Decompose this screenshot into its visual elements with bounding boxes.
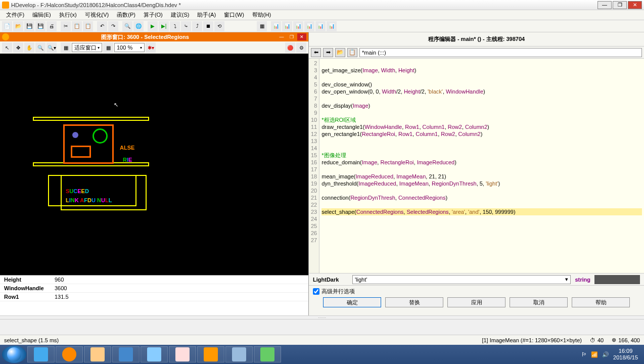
zoom-combo[interactable]: 100 %▾ [114, 43, 145, 52]
fit-icon[interactable]: ▦ [61, 42, 71, 53]
task-wmp[interactable] [56, 346, 83, 362]
open-icon[interactable]: 📂 [13, 21, 23, 31]
variable-inspector[interactable]: Height960 WindowHandle3600 Row1131.5 [0, 275, 308, 315]
drag-separator[interactable]: ⋯⋯ [0, 315, 644, 320]
undo-icon[interactable]: ↶ [97, 21, 107, 31]
main-area: 图形窗口: 3600 - SelectedRegions — ❐ ✕ ↖ ✥ ✋… [0, 32, 644, 315]
copy-icon[interactable]: 📋 [72, 21, 82, 31]
param-value-combo[interactable]: 'light'▾ [352, 275, 571, 284]
redo-icon[interactable]: ↷ [108, 21, 118, 31]
graphics-canvas[interactable]: ALSE RIE SUCEED LINK AFDU NULL ↖ [0, 54, 308, 275]
gw-close-button[interactable]: ✕ [297, 33, 306, 40]
replace-button[interactable]: 替换 [385, 297, 443, 307]
new-icon[interactable]: 📄 [2, 21, 12, 31]
nav-list-icon[interactable]: 📋 [347, 48, 357, 57]
task-app2[interactable] [254, 346, 281, 362]
layout1-icon[interactable]: ▦ [257, 21, 267, 31]
assist6-icon[interactable]: 📊 [327, 21, 337, 31]
ok-button[interactable]: 确定 [323, 297, 381, 307]
code-editor[interactable]: 2345678910111213141516171819202122232425… [309, 59, 644, 273]
menu-operator[interactable]: 算子(O) [140, 10, 167, 20]
taskbar: 🏳 📶 🔊 16:09 2018/6/15 [0, 345, 644, 364]
system-tray[interactable]: 🏳 📶 🔊 16:09 2018/6/15 [577, 348, 642, 361]
move-icon[interactable]: ✥ [13, 42, 23, 53]
task-images[interactable] [141, 346, 168, 362]
task-wps[interactable] [112, 346, 140, 362]
task-hdevelop[interactable] [197, 346, 224, 362]
advanced-checkbox[interactable] [313, 288, 319, 295]
saveall-icon[interactable]: 💾 [35, 21, 45, 31]
maximize-button[interactable]: ❐ [613, 1, 627, 9]
graphics-title: 图形窗口: 3600 - SelectedRegions [13, 33, 277, 41]
var-row: Row1131.5 [0, 293, 308, 301]
window-controls: — ❐ ✕ [597, 1, 642, 9]
run-icon[interactable]: ▶ [148, 21, 158, 31]
zoom-icon[interactable]: 🔍 [35, 42, 45, 53]
paste-icon[interactable]: 📋 [83, 21, 93, 31]
menubar: 文件(F) 编辑(E) 执行(x) 可视化(V) 函数(P) 算子(O) 建议(… [0, 10, 644, 20]
reset-icon[interactable]: ⟲ [214, 21, 224, 31]
param-label: LightDark [313, 277, 348, 283]
tray-volume-icon[interactable]: 🔊 [602, 351, 609, 358]
tray-flag-icon[interactable]: 🏳 [581, 351, 587, 357]
pointer-icon[interactable]: ↖ [2, 42, 12, 53]
assist2-icon[interactable]: 📊 [282, 21, 292, 31]
zoom-dropdown-icon[interactable]: 🔍▾ [47, 42, 57, 53]
assist5-icon[interactable]: 📊 [315, 21, 326, 31]
task-app1[interactable] [225, 346, 253, 362]
menu-visualize[interactable]: 可视化(V) [81, 10, 113, 20]
procedure-combo[interactable]: *main (:::) [359, 48, 642, 57]
assist4-icon[interactable]: 📊 [304, 21, 314, 31]
tray-network-icon[interactable]: 📶 [591, 351, 598, 358]
menu-file[interactable]: 文件(F) [2, 10, 28, 20]
start-button[interactable] [2, 346, 26, 363]
web-icon[interactable]: 🌐 [133, 21, 144, 31]
print-icon[interactable]: 🖨 [47, 21, 57, 31]
menu-window[interactable]: 窗口(W) [220, 10, 248, 20]
task-explorer[interactable] [84, 346, 111, 362]
nav-forward-icon[interactable]: ➡ [323, 48, 333, 57]
save-icon[interactable]: 💾 [24, 21, 34, 31]
app-icon [2, 2, 9, 9]
clock[interactable]: 16:09 2018/6/15 [613, 348, 638, 361]
assist1-icon[interactable]: 📊 [271, 21, 281, 31]
menu-procedure[interactable]: 函数(P) [113, 10, 140, 20]
menu-suggest[interactable]: 建议(S) [167, 10, 194, 20]
help-button[interactable]: 帮助 [572, 297, 630, 307]
parameter-bar: LightDark 'light'▾ string [309, 273, 644, 285]
step-over-icon[interactable]: ⤵ [170, 21, 180, 31]
apply-button[interactable]: 应用 [447, 297, 505, 307]
stop-icon[interactable]: ⏹ [203, 21, 213, 31]
record-icon[interactable]: 🔴 [285, 42, 295, 53]
task-paint[interactable] [169, 346, 196, 362]
timer-icon: ⏱ [590, 337, 595, 343]
menu-help[interactable]: 帮助(H) [248, 10, 275, 20]
nav-back-icon[interactable]: ⬅ [311, 48, 321, 57]
menu-assist[interactable]: 助手(A) [193, 10, 220, 20]
task-ie[interactable] [27, 346, 55, 362]
var-row: Height960 [0, 276, 308, 284]
fit-combo[interactable]: 适应窗口▾ [72, 43, 102, 52]
zoom-mode-icon[interactable]: ▦ [103, 42, 113, 53]
find-icon[interactable]: 🔍 [122, 21, 132, 31]
close-button[interactable]: ✕ [628, 1, 642, 9]
cut-icon[interactable]: ✂ [61, 21, 71, 31]
menu-edit[interactable]: 编辑(E) [28, 10, 55, 20]
settings-icon[interactable]: ⚙ [296, 42, 306, 53]
code-content[interactable]: get_image_size(Image, Width, Height) dev… [319, 59, 644, 273]
menu-execute[interactable]: 执行(x) [55, 10, 81, 20]
gw-minimize-button[interactable]: — [277, 33, 286, 40]
step-out-icon[interactable]: ⤴ [192, 21, 202, 31]
minimize-button[interactable]: — [597, 1, 612, 9]
main-toolbar: 📄 📂 💾 💾 🖨 ✂ 📋 📋 ↶ ↷ 🔍 🌐 ▶ ▶| ⤵ ⤷ ⤴ ⏹ ⟲ ▦… [0, 20, 644, 32]
clear-icon[interactable]: ✱▾ [146, 42, 156, 53]
step-icon[interactable]: ▶| [159, 21, 169, 31]
step-into-icon[interactable]: ⤷ [181, 21, 191, 31]
gw-maximize-button[interactable]: ❐ [287, 33, 296, 40]
var-row: WindowHandle3600 [0, 284, 308, 293]
nav-up-icon[interactable]: 📂 [335, 48, 345, 57]
assist3-icon[interactable]: 📊 [293, 21, 303, 31]
statusbar: select_shape (1.5 ms) [1] ImageMean (#=1… [0, 335, 644, 345]
cancel-button[interactable]: 取消 [510, 297, 568, 307]
hand-icon[interactable]: ✋ [24, 42, 34, 53]
